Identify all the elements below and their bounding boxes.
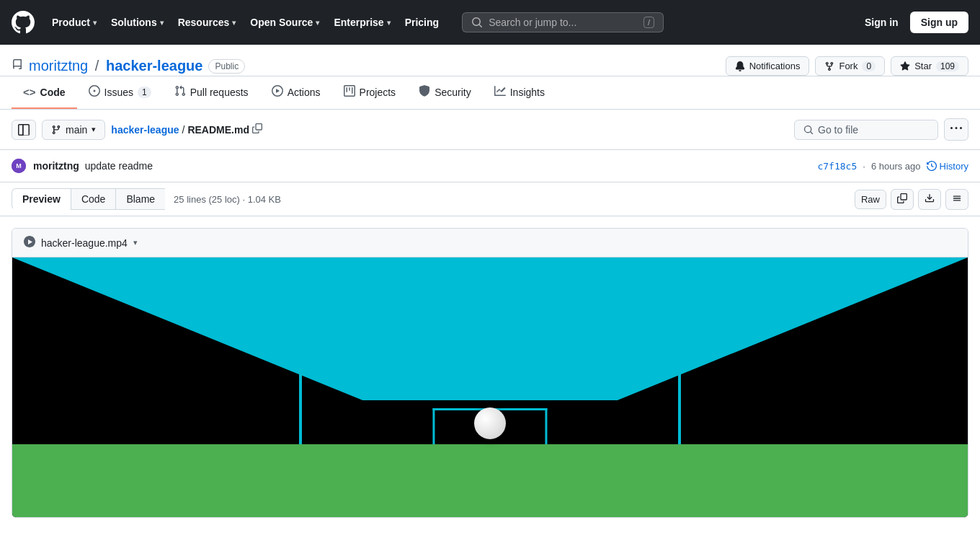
file-toolbar: main ▾ hacker-league / README.md Go to f… (0, 110, 980, 150)
nav-solutions[interactable]: Solutions ▾ (105, 12, 169, 32)
sign-in-button[interactable]: Sign in (859, 12, 904, 32)
repo-title-area: moritztng / hacker-league Public (12, 58, 245, 74)
svg-text:M: M (16, 162, 22, 169)
readme-card-header: hacker-league.mp4 ▾ (12, 229, 968, 257)
fork-icon (824, 61, 834, 71)
file-view-actions: Raw (855, 189, 968, 210)
star-button[interactable]: Star 109 (891, 56, 968, 76)
star-icon (900, 61, 910, 71)
chevron-down-icon[interactable]: ▾ (133, 238, 138, 247)
repo-name-link[interactable]: hacker-league (106, 58, 203, 74)
history-icon (927, 161, 937, 171)
file-tab-blame[interactable]: Blame (115, 188, 165, 210)
notifications-button[interactable]: Notifications (726, 56, 810, 76)
chevron-down-icon: ▾ (93, 19, 97, 27)
raw-button[interactable]: Raw (855, 190, 886, 209)
chevron-down-icon: ▾ (232, 19, 236, 27)
pr-icon (174, 85, 186, 99)
sidebar-toggle-button[interactable] (12, 120, 36, 140)
nav-product[interactable]: Product ▾ (46, 12, 102, 32)
insights-icon (494, 85, 506, 99)
chevron-down-icon: ▾ (387, 19, 391, 27)
tab-pull-requests[interactable]: Pull requests (163, 76, 260, 109)
branch-icon (51, 125, 61, 135)
search-icon (471, 17, 483, 28)
ground (12, 444, 968, 517)
code-icon: <> (23, 86, 36, 98)
file-tab-code[interactable]: Code (71, 188, 115, 210)
chevron-down-icon: ▾ (92, 125, 96, 134)
file-parent-link[interactable]: hacker-league (111, 124, 179, 136)
list-button[interactable] (945, 189, 968, 210)
nav-open-source[interactable]: Open Source ▾ (244, 12, 325, 32)
tab-actions[interactable]: Actions (260, 76, 332, 109)
visibility-badge: Public (208, 59, 245, 74)
nav-items: Product ▾ Solutions ▾ Resources ▾ Open S… (46, 12, 445, 32)
github-logo[interactable] (12, 11, 35, 34)
goal-post-right (678, 314, 681, 444)
history-button[interactable]: History (927, 161, 968, 172)
projects-icon (344, 85, 355, 99)
repo-icon (12, 59, 23, 73)
chevron-down-icon: ▾ (316, 19, 319, 27)
download-button[interactable] (918, 189, 941, 210)
more-options-button[interactable] (944, 118, 968, 141)
readme-card: hacker-league.mp4 ▾ (12, 228, 968, 518)
nav-pricing[interactable]: Pricing (399, 12, 445, 32)
go-to-file-button[interactable]: Go to file (794, 120, 938, 140)
search-shortcut: / (643, 17, 654, 28)
copy-icon (897, 193, 907, 203)
file-stats: 25 lines (25 loc) · 1.04 KB (174, 194, 281, 205)
tab-issues[interactable]: Issues 1 (77, 76, 163, 109)
issue-icon (89, 85, 100, 99)
sidebar-icon (18, 124, 30, 136)
sign-up-button[interactable]: Sign up (910, 12, 968, 33)
top-navigation: Product ▾ Solutions ▾ Resources ▾ Open S… (0, 0, 980, 45)
file-tab-preview[interactable]: Preview (12, 188, 71, 210)
search-bar[interactable]: / (462, 12, 664, 32)
branch-selector[interactable]: main ▾ (42, 120, 105, 140)
video-file-icon (24, 236, 35, 250)
copy-path-icon[interactable] (252, 123, 262, 136)
bell-icon (735, 61, 745, 71)
tab-security[interactable]: Security (407, 76, 483, 109)
game-preview (12, 257, 968, 517)
chevron-down-icon: ▾ (160, 19, 164, 27)
commit-info: moritztng update readme (33, 160, 810, 172)
fork-button[interactable]: Fork 0 (815, 56, 885, 76)
file-path: hacker-league / README.md (111, 123, 262, 136)
search-icon (803, 125, 814, 135)
ball (474, 407, 506, 439)
nav-enterprise[interactable]: Enterprise ▾ (328, 12, 396, 32)
repo-owner-link[interactable]: moritztng (29, 58, 88, 74)
readme-area: hacker-league.mp4 ▾ (0, 216, 980, 529)
file-view-tabs: Preview Code Blame 25 lines (25 loc) · 1… (0, 182, 980, 216)
security-icon (419, 85, 430, 99)
goal-post-left (299, 314, 302, 444)
tab-insights[interactable]: Insights (483, 76, 556, 109)
commit-meta: c7f18c5 · 6 hours ago History (817, 161, 968, 172)
nav-right: Sign in Sign up (859, 12, 968, 33)
search-input[interactable] (489, 17, 638, 28)
commit-row: M moritztng update readme c7f18c5 · 6 ho… (0, 150, 980, 182)
nav-resources[interactable]: Resources ▾ (172, 12, 242, 32)
repo-path: moritztng / hacker-league (29, 58, 202, 74)
download-icon (925, 193, 935, 203)
actions-icon (272, 85, 283, 99)
repo-actions: Notifications Fork 0 Star 109 (726, 56, 968, 76)
copy-raw-button[interactable] (891, 189, 914, 210)
repo-header: moritztng / hacker-league Public Notific… (0, 45, 980, 76)
ellipsis-icon (950, 123, 962, 134)
avatar: M (12, 159, 26, 173)
list-icon (952, 193, 962, 203)
tab-projects[interactable]: Projects (332, 76, 408, 109)
repo-tabs: <> Code Issues 1 Pull requests Actions P… (0, 76, 980, 110)
tab-code[interactable]: <> Code (12, 76, 77, 109)
